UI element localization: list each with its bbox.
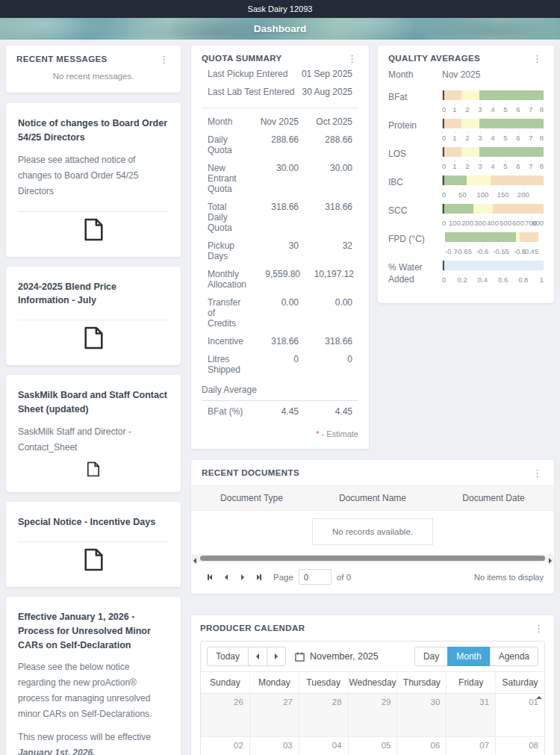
calendar-widget: Today November, 2025 DayMonthAgenda (200, 641, 545, 755)
quality-gauge-row: IBC050100150200 (388, 175, 544, 198)
scroll-left-icon[interactable] (193, 556, 196, 566)
documents-column-header: Document Type (191, 486, 312, 510)
scrollbar-thumb[interactable] (200, 556, 545, 561)
day-number: 01 (529, 697, 538, 706)
gauge-tick-label: 150 (497, 190, 509, 199)
day-number: 05 (382, 741, 391, 750)
day-header: Monday (249, 672, 299, 693)
message-title: Effective January 1, 2026 - Process for … (18, 610, 169, 652)
gauge-tick-label: 6 (516, 105, 520, 114)
gauge-segment-peach (442, 147, 461, 157)
day-number: 29 (382, 697, 391, 706)
calendar-day-cell[interactable]: 05 (348, 737, 397, 755)
quality-gauge-row: % Water Added00.20.40.60.81 (388, 261, 544, 285)
quota-value-col2: 4.45 (299, 406, 352, 417)
day-number: 02 (234, 741, 243, 750)
gauge-tick-label: 1 (452, 105, 456, 114)
gauge-label: LOS (388, 147, 442, 170)
gauge-segment-peach (442, 119, 461, 128)
calendar-day-cell[interactable]: 08 (495, 737, 544, 755)
gauge-segment-peach (491, 175, 544, 185)
page-label: Page (273, 573, 293, 582)
more-options-icon[interactable]: ⋮ (531, 54, 544, 63)
view-button-agenda[interactable]: Agenda (490, 647, 538, 666)
quota-value-col2: 30 Aug 2025 (299, 87, 352, 97)
calendar-day-cell[interactable]: 31 (446, 694, 495, 736)
horizontal-scrollbar[interactable] (192, 554, 553, 562)
gauge-bar (442, 119, 544, 128)
gauge-value-marker (443, 261, 444, 270)
quota-value-col2: 288.66 (299, 134, 352, 145)
gauge-tick-label: 1 (452, 134, 456, 142)
quota-value-col1: 9,559.80 (246, 269, 300, 279)
day-header: Sunday (201, 672, 249, 693)
calendar-day-cell[interactable]: 01 (495, 694, 544, 736)
calendar-day-cell[interactable]: 06 (396, 737, 446, 755)
quota-row: Pickup Days3032 (208, 237, 352, 265)
message-title: 2024-2025 Blend Price Information - July (18, 280, 169, 308)
gauge-label: Protein (388, 119, 442, 141)
more-options-icon[interactable]: ⋮ (531, 468, 544, 478)
gauge-value-marker (443, 204, 444, 214)
quota-value-col2: 10,197.12 (300, 269, 354, 279)
calendar-day-cell[interactable]: 26 (201, 694, 249, 736)
attachment-icon-wrap[interactable] (18, 326, 169, 352)
gauge-tick-label: -0.6 (476, 247, 488, 255)
calendar-day-cell[interactable]: 27 (249, 694, 299, 736)
gauge-tick-label: 3 (478, 134, 482, 142)
today-button[interactable]: Today (207, 647, 249, 666)
view-button-month[interactable]: Month (447, 647, 490, 666)
gauge-tick-label: 100 (449, 219, 461, 227)
no-messages-text: No recent messages. (16, 72, 170, 81)
quota-value-col1: 4.45 (245, 406, 299, 417)
calendar-day-cell[interactable]: 28 (299, 694, 348, 736)
calendar-day-cell[interactable]: 03 (249, 737, 299, 755)
first-page-button[interactable] (202, 570, 218, 585)
quota-row-label: Daily Quota (208, 134, 245, 155)
gauge-area: 0100200300400500600700800 (442, 204, 544, 226)
more-options-icon[interactable]: ⋮ (158, 55, 170, 64)
gauge-area: -0.7-0.65-0.6-0.55-0.5-0.45 (442, 232, 544, 255)
message-body-text: Please see attached notice of changes to… (18, 152, 169, 199)
calendar-day-headers: SundayMondayTuesdayWednesdayThursdayFrid… (201, 671, 544, 694)
quota-summary-title: QUOTA SUMMARY (202, 54, 282, 63)
calendar-week-row: 26272829303101 (201, 694, 544, 737)
more-options-icon[interactable]: ⋮ (346, 54, 358, 63)
quota-row: New Entrant Quota30.0030.00 (208, 159, 352, 198)
scroll-right-icon[interactable] (549, 556, 552, 566)
divider (18, 211, 169, 212)
calendar-day-cell[interactable]: 07 (446, 737, 495, 755)
calendar-day-cell[interactable]: 04 (299, 737, 348, 755)
gauge-tick-label: 0 (442, 190, 446, 199)
gauge-tick-label: 600 (512, 219, 524, 227)
message-card-list: Notice of changes to Board Order 54/25 D… (6, 103, 181, 755)
calendar-day-cell[interactable]: 02 (201, 737, 249, 755)
calendar-day-cell[interactable]: 29 (348, 694, 397, 736)
next-month-icon[interactable] (267, 647, 286, 666)
last-page-button[interactable] (251, 570, 267, 585)
calendar-view-switcher: DayMonthAgenda (414, 647, 538, 666)
attachment-icon-wrap[interactable] (18, 462, 169, 479)
calendar-icon (295, 652, 305, 662)
gauge-segment-green (445, 232, 515, 242)
page-number-input[interactable] (299, 569, 332, 585)
previous-page-button[interactable] (218, 570, 234, 585)
attachment-icon-wrap[interactable] (18, 548, 169, 574)
attachment-icon-wrap[interactable] (18, 218, 169, 243)
previous-month-icon[interactable] (248, 647, 267, 666)
gauge-tick-label: 8 (540, 105, 544, 114)
gauge-tick-label: 8 (540, 134, 544, 142)
quota-row-label: New Entrant Quota (208, 163, 245, 194)
calendar-month-title[interactable]: November, 2025 (295, 651, 379, 662)
calendar-day-cell[interactable]: 30 (396, 694, 446, 736)
gauge-tick-label: 7 (529, 105, 532, 114)
gauge-tick-label: 3 (478, 162, 482, 170)
day-number: 06 (431, 741, 441, 750)
view-button-day[interactable]: Day (414, 647, 448, 666)
more-options-icon[interactable]: ⋮ (532, 624, 545, 633)
quota-row-label: Last Lab Test Entered (208, 87, 299, 97)
gauge-tick-label: 4 (491, 105, 494, 114)
quota-value-col2: 0.00 (299, 297, 352, 308)
next-page-button[interactable] (234, 570, 251, 585)
quota-row: Last Pickup Entered01 Sep 2025 (208, 65, 352, 83)
